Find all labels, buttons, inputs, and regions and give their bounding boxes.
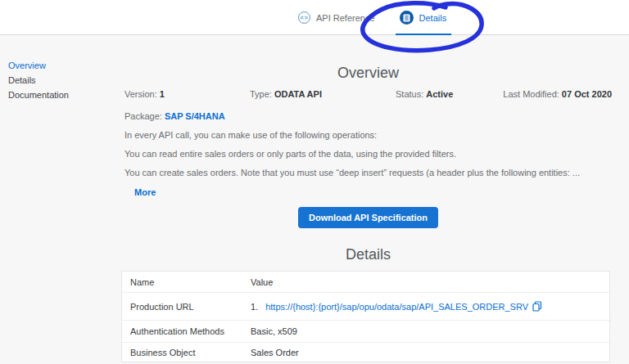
list-number: 1. [251, 302, 258, 312]
package-field: Package:SAP S/4HANA [124, 111, 225, 121]
version-field: Version:1 [124, 89, 165, 99]
table-row-authentication-methods: Authentication Methods Basic, x509 [122, 321, 609, 343]
download-api-specification-button[interactable]: Download API Specification [298, 207, 438, 228]
header: <> API Reference Details [0, 0, 629, 35]
column-header-name: Name [122, 277, 251, 287]
tab-api-reference-label: API Reference [316, 13, 375, 23]
description-paragraph: You can create sales orders. Note that y… [124, 168, 612, 178]
package-link[interactable]: SAP S/4HANA [165, 111, 225, 121]
sidebar-item-documentation[interactable]: Documentation [8, 90, 69, 100]
document-list-icon [400, 11, 414, 25]
code-angle-brackets-icon: <> [298, 11, 310, 24]
api-details-page: <> API Reference Details Overview [0, 0, 629, 364]
copy-icon[interactable] [532, 301, 542, 312]
tab-details-label: Details [419, 13, 447, 23]
column-header-value: Value [251, 277, 609, 287]
overview-heading: Overview [124, 65, 612, 82]
details-heading: Details [124, 246, 612, 263]
table-row-production-url: Production URL 1. https://{host}:{port}/… [122, 293, 609, 321]
more-link[interactable]: More [134, 187, 156, 197]
sidebar-item-overview[interactable]: Overview [8, 61, 69, 70]
table-row-business-object: Business Object Sales Order [122, 343, 609, 362]
type-field: Type:ODATA API [250, 89, 322, 99]
package-label: Package: [124, 111, 162, 121]
description-paragraph: In every API call, you can make use of t… [124, 130, 612, 140]
description-paragraph: You can read entire sales orders or only… [124, 149, 612, 159]
status-field: Status:Active [396, 89, 453, 99]
overview-metadata: Version:1 Type:ODATA API Status:Active L… [124, 89, 612, 100]
details-table: Name Value Production URL 1. https://{ho… [121, 271, 610, 362]
last-modified-field: Last Modified:07 Oct 2020 [503, 89, 612, 99]
side-navigation: Overview Details Documentation [8, 61, 69, 100]
sidebar-item-details[interactable]: Details [8, 75, 69, 85]
download-button-row: Download API Specification [124, 207, 612, 228]
tab-details[interactable]: Details [400, 0, 447, 35]
production-url-link[interactable]: https://{host}:{port}/sap/opu/odata/sap/… [265, 302, 528, 312]
tab-api-reference[interactable]: <> API Reference [298, 0, 375, 35]
table-header-row: Name Value [122, 272, 609, 293]
active-tab-underline [396, 34, 452, 35]
tab-bar: <> API Reference Details [298, 0, 446, 35]
